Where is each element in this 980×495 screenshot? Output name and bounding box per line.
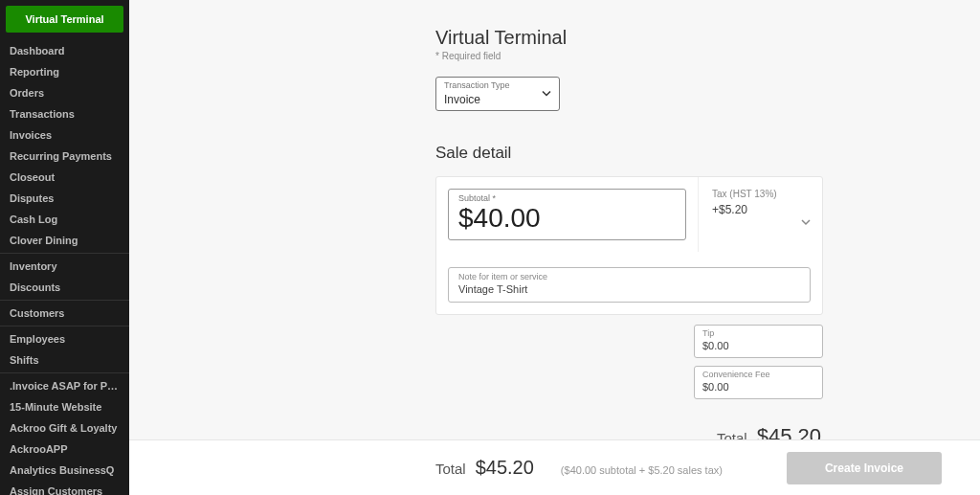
tip-input[interactable] xyxy=(702,340,814,351)
sale-detail-panel: Subtotal * Tax (HST 13%) +$5.20 xyxy=(435,176,823,315)
convenience-fee-label: Convenience Fee xyxy=(702,370,814,379)
footer-bar: Total $45.20 ($40.00 subtotal + $5.20 sa… xyxy=(129,439,980,495)
nav-clover-dining[interactable]: Clover Dining xyxy=(0,230,129,251)
nav-cash-log[interactable]: Cash Log xyxy=(0,209,129,230)
create-invoice-button[interactable]: Create Invoice xyxy=(787,452,942,484)
convenience-fee-field[interactable]: Convenience Fee xyxy=(694,366,823,399)
nav-transactions[interactable]: Transactions xyxy=(0,103,129,124)
nav-dashboard[interactable]: Dashboard xyxy=(0,40,129,61)
nav-group-1: Inventory Discounts xyxy=(0,254,129,301)
note-field[interactable]: Note for item or service xyxy=(448,267,811,303)
main: Virtual Terminal * Required field Transa… xyxy=(129,0,980,495)
sidebar: Virtual Terminal Dashboard Reporting Ord… xyxy=(0,0,129,495)
page-title: Virtual Terminal xyxy=(435,27,952,49)
nav-employees[interactable]: Employees xyxy=(0,328,129,349)
nav-reporting[interactable]: Reporting xyxy=(0,61,129,82)
nav-group-2: Customers xyxy=(0,301,129,326)
tip-label: Tip xyxy=(702,328,814,338)
nav-inventory[interactable]: Inventory xyxy=(0,256,129,277)
nav-recurring-payments[interactable]: Recurring Payments xyxy=(0,146,129,167)
note-label: Note for item or service xyxy=(458,272,800,281)
nav-15-minute-website[interactable]: 15-Minute Website xyxy=(0,396,129,417)
nav-group-3: Employees Shifts xyxy=(0,326,129,373)
sale-detail-heading: Sale detail xyxy=(435,144,952,163)
tip-field[interactable]: Tip xyxy=(694,325,823,358)
virtual-terminal-button[interactable]: Virtual Terminal xyxy=(6,6,123,33)
footer-breakdown: ($40.00 subtotal + $5.20 sales tax) xyxy=(561,464,723,476)
chevron-down-icon xyxy=(801,215,811,230)
transaction-type-label: Transaction Type xyxy=(444,80,510,90)
footer-total-label: Total xyxy=(435,461,466,477)
required-field-note: * Required field xyxy=(435,51,952,61)
nav-group-0: Dashboard Reporting Orders Transactions … xyxy=(0,38,129,254)
nav-ackrooapp[interactable]: AckrooAPP xyxy=(0,439,129,460)
nav-closeout[interactable]: Closeout xyxy=(0,167,129,188)
nav-group-4: .Invoice ASAP for Paym... 15-Minute Webs… xyxy=(0,373,129,495)
nav-customers[interactable]: Customers xyxy=(0,303,129,324)
nav-orders[interactable]: Orders xyxy=(0,82,129,103)
subtotal-field[interactable]: Subtotal * xyxy=(448,189,686,240)
note-input[interactable] xyxy=(458,283,800,295)
tax-cell[interactable]: Tax (HST 13%) +$5.20 xyxy=(698,177,822,252)
convenience-fee-input[interactable] xyxy=(702,381,814,393)
footer-total-value: $45.20 xyxy=(476,457,534,479)
tax-value: +$5.20 xyxy=(712,203,809,216)
nav-analytics-businessq[interactable]: Analytics BusinessQ xyxy=(0,460,129,481)
transaction-type-value: Invoice xyxy=(444,93,551,106)
chevron-down-icon xyxy=(542,87,551,101)
subtotal-input[interactable] xyxy=(458,203,676,234)
nav-discounts[interactable]: Discounts xyxy=(0,277,129,298)
nav-assign-customers[interactable]: Assign Customers xyxy=(0,481,129,495)
nav-shifts[interactable]: Shifts xyxy=(0,349,129,371)
nav-ackroo-gift[interactable]: Ackroo Gift & Loyalty xyxy=(0,417,129,439)
transaction-type-select[interactable]: Transaction Type Invoice xyxy=(435,77,560,111)
nav-invoices[interactable]: Invoices xyxy=(0,124,129,146)
nav-disputes[interactable]: Disputes xyxy=(0,188,129,209)
tax-label: Tax (HST 13%) xyxy=(712,189,809,199)
subtotal-label: Subtotal * xyxy=(458,193,676,203)
nav-invoice-asap[interactable]: .Invoice ASAP for Paym... xyxy=(0,375,129,396)
